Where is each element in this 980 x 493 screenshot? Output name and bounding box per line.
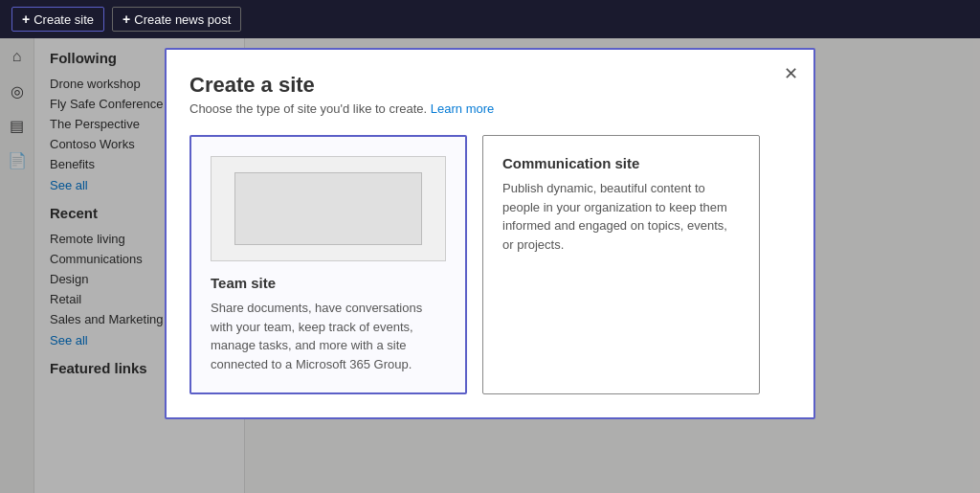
create-site-modal: ✕ Create a site Choose the type of site … (165, 48, 815, 419)
team-site-title: Team site (211, 275, 446, 291)
site-options: Team site Share documents, have conversa… (189, 135, 791, 394)
create-news-label: Create news post (134, 12, 231, 27)
modal-subtitle: Choose the type of site you'd like to cr… (189, 101, 791, 116)
create-site-label: Create site (33, 12, 94, 27)
create-news-button[interactable]: + Create news post (112, 7, 241, 32)
communication-site-title: Communication site (502, 155, 740, 171)
team-site-option[interactable]: Team site Share documents, have conversa… (189, 135, 467, 394)
plus-icon: + (22, 11, 30, 27)
modal-close-button[interactable]: ✕ (784, 65, 798, 82)
team-site-preview-inner (234, 172, 421, 245)
communication-site-option[interactable]: Communication site Publish dynamic, beau… (482, 135, 760, 394)
modal-title: Create a site (189, 73, 791, 98)
modal-subtitle-text: Choose the type of site you'd like to cr… (189, 101, 427, 116)
modal-overlay: ✕ Create a site Choose the type of site … (0, 38, 980, 493)
create-site-button[interactable]: + Create site (11, 7, 104, 32)
team-site-description: Share documents, have conversations with… (211, 299, 446, 373)
plus-icon-news: + (122, 11, 130, 27)
team-site-preview (211, 156, 446, 261)
topbar: + Create site + Create news post (0, 0, 980, 38)
learn-more-link[interactable]: Learn more (431, 101, 494, 116)
communication-site-description: Publish dynamic, beautiful content to pe… (502, 179, 740, 254)
